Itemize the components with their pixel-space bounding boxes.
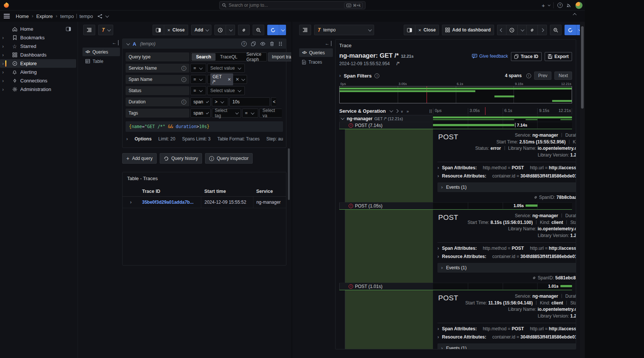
datasource-picker[interactable]: T bbox=[98, 25, 113, 35]
query-help-icon[interactable]: ? bbox=[241, 41, 247, 46]
search-input[interactable] bbox=[229, 3, 344, 8]
span-name[interactable]: !POST (1.05s) bbox=[339, 203, 433, 209]
remove-chip-icon[interactable]: ✕ bbox=[228, 77, 231, 82]
sidebar-item-home[interactable]: Home bbox=[0, 25, 76, 33]
time-picker-caret[interactable] bbox=[518, 25, 527, 35]
attributes-row[interactable]: ›Span Attributes:http.method = POSThttp.… bbox=[437, 244, 576, 252]
chevron-right-icon[interactable]: › bbox=[2, 52, 9, 58]
collapse-query-icon[interactable] bbox=[126, 42, 130, 45]
span-detail-gutter[interactable] bbox=[345, 129, 433, 202]
chevron-right-icon[interactable]: › bbox=[2, 44, 9, 49]
tab-traceql[interactable]: TraceQL bbox=[216, 53, 242, 61]
query-inspector-button[interactable]: iQuery inspector bbox=[205, 153, 253, 164]
chevron-down-icon[interactable] bbox=[105, 15, 108, 18]
chevron-right-icon[interactable]: › bbox=[2, 70, 9, 75]
span-filters-label[interactable]: Span Filters bbox=[344, 73, 371, 79]
expand-double-icon[interactable]: » bbox=[406, 109, 408, 113]
query-editor-header[interactable]: A (tempo) ? bbox=[123, 39, 286, 49]
query-history-button[interactable]: Query history bbox=[160, 153, 202, 164]
zoom-out-button[interactable] bbox=[253, 25, 264, 35]
trace-minimap[interactable]: 0μs3.05s6.1s9.15s12.21s bbox=[339, 82, 572, 103]
help-icon[interactable]: ? bbox=[557, 3, 563, 8]
row-expander-icon[interactable]: › bbox=[123, 197, 139, 208]
window-scrollbar[interactable] bbox=[580, 22, 585, 358]
tab-service-graph[interactable]: Service Graph bbox=[242, 51, 266, 63]
span-timeline[interactable]: 1.05s bbox=[433, 203, 572, 209]
grafana-logo-icon[interactable] bbox=[3, 2, 10, 9]
span-timeline[interactable] bbox=[433, 115, 572, 122]
outline-button[interactable] bbox=[83, 25, 95, 35]
span-row[interactable]: !POST (1.01s)1.01s bbox=[339, 283, 572, 290]
user-avatar[interactable] bbox=[575, 2, 583, 9]
attributes-row[interactable]: ›Resource Attributes:container.id = 304f… bbox=[437, 252, 576, 261]
trace-id-button[interactable]: Trace ID bbox=[511, 52, 542, 61]
next-span-button[interactable]: Next bbox=[554, 72, 572, 80]
span-row[interactable]: ng-managerGET /* (12.21s) bbox=[339, 115, 572, 122]
sidebar-item-traces[interactable]: Traces bbox=[299, 58, 333, 66]
scrollbar-thumb[interactable] bbox=[581, 26, 584, 109]
sidebar-item-queries[interactable]: </>Queries bbox=[82, 48, 120, 56]
sidebar-item-bookmarks[interactable]: ›Bookmarks bbox=[0, 33, 76, 42]
span-name-chip[interactable]: GET /*✕ bbox=[210, 73, 233, 85]
span-timeline[interactable]: 1.01s bbox=[433, 283, 572, 289]
time-shift-forward-button[interactable] bbox=[538, 25, 547, 35]
export-button[interactable]: Export bbox=[545, 52, 572, 61]
link-button[interactable] bbox=[238, 25, 250, 35]
duration-scope[interactable]: span bbox=[190, 97, 211, 106]
split-pane-button[interactable] bbox=[404, 25, 415, 35]
time-picker-button[interactable] bbox=[214, 25, 226, 35]
import-trace-button[interactable]: Import trace bbox=[268, 52, 291, 61]
clear-select-icon[interactable]: ✕ bbox=[235, 77, 239, 82]
collapse-sidebar-icon[interactable]: ← bbox=[299, 41, 335, 48]
link-button[interactable] bbox=[527, 25, 538, 35]
give-feedback-link[interactable]: Give feedback bbox=[472, 54, 508, 59]
span-name[interactable]: !POST (7.14s) bbox=[339, 122, 433, 128]
chevron-right-icon[interactable]: › bbox=[2, 35, 9, 40]
breadcrumb-tempo-right[interactable]: tempo bbox=[79, 13, 93, 19]
time-shift-back-button[interactable] bbox=[497, 25, 506, 35]
share-icon[interactable] bbox=[97, 14, 102, 19]
chevron-down-icon[interactable] bbox=[341, 116, 344, 120]
left-pane-scrollbar[interactable] bbox=[288, 148, 290, 200]
sidebar-item-administration[interactable]: ›Administration bbox=[0, 85, 76, 94]
events-row[interactable]: ›Events (1) bbox=[437, 182, 576, 192]
duration-operator[interactable]: > bbox=[212, 97, 228, 106]
chevron-right-icon[interactable]: › bbox=[2, 61, 9, 66]
sidebar-item-dashboards[interactable]: ›Dashboards bbox=[0, 51, 76, 59]
span-timeline[interactable]: 7.14s bbox=[433, 122, 572, 128]
span-detail-gutter[interactable] bbox=[345, 210, 433, 283]
service-name-operator[interactable]: = bbox=[190, 64, 206, 73]
zoom-out-button[interactable] bbox=[550, 25, 562, 35]
col-start-time[interactable]: Start time bbox=[201, 186, 253, 197]
options-row[interactable]: › Options Limit: 20Spans Limit: 3Table F… bbox=[126, 135, 283, 143]
sidebar-item-queries[interactable]: </>Queries bbox=[299, 48, 333, 57]
link-icon[interactable] bbox=[532, 276, 536, 280]
collapse-sidebar-icon[interactable]: ← bbox=[82, 40, 122, 47]
tab-search[interactable]: Search bbox=[192, 53, 216, 61]
refresh-button[interactable] bbox=[267, 25, 279, 35]
chevron-right-icon[interactable]: › bbox=[2, 78, 9, 84]
sidebar-item-table[interactable]: Table bbox=[82, 57, 120, 66]
datasource-picker[interactable]: T tempo bbox=[314, 25, 374, 35]
collapse-double-icon[interactable]: » bbox=[400, 110, 404, 112]
table-row[interactable]: ›35be0f3d29a01adda7b...2024-12-09 15:55:… bbox=[123, 197, 286, 208]
delete-query-icon[interactable] bbox=[270, 42, 274, 46]
sidebar-item-explore[interactable]: ›Explore bbox=[0, 59, 76, 68]
tags-scope[interactable]: span bbox=[190, 109, 211, 118]
expand-one-icon[interactable] bbox=[395, 109, 399, 113]
breadcrumb-explore[interactable]: Explore bbox=[36, 13, 53, 19]
span-detail-gutter[interactable] bbox=[345, 290, 433, 349]
time-picker-button[interactable] bbox=[506, 25, 518, 35]
split-pane-button[interactable] bbox=[153, 25, 164, 35]
chevron-right-icon[interactable]: › bbox=[339, 73, 341, 78]
refresh-button[interactable] bbox=[565, 25, 576, 35]
add-query-button[interactable]: +Add query bbox=[122, 153, 157, 164]
close-pane-button[interactable]: ×Close bbox=[415, 25, 439, 35]
span-name-operator[interactable]: = bbox=[190, 75, 206, 84]
breadcrumb-home[interactable]: Home bbox=[16, 13, 29, 19]
add-to-dashboard-button[interactable]: Add to dashboard bbox=[442, 25, 494, 35]
column-resize-grip[interactable]: || bbox=[429, 109, 432, 113]
service-name-select[interactable]: Select value bbox=[207, 64, 245, 73]
time-picker-caret[interactable] bbox=[226, 25, 235, 35]
chevron-right-icon[interactable]: › bbox=[2, 87, 9, 92]
